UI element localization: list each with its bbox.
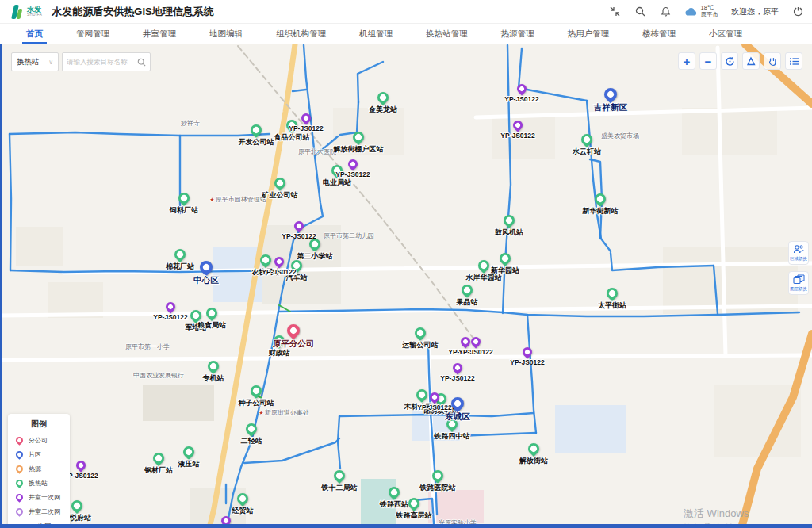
nav-item[interactable]: 楼栋管理 — [626, 24, 692, 44]
legend-swatch-icon — [14, 464, 25, 474]
nav-item[interactable]: 井室管理 — [126, 24, 193, 44]
fullscreen-icon[interactable] — [609, 6, 622, 18]
weather-city: 原平市 — [701, 12, 719, 19]
search-category-value: 换热站 — [17, 57, 40, 67]
station-label: 新华街新站 — [583, 206, 619, 216]
station-label: 水云轩站 — [573, 147, 601, 157]
station-label: 铁十二局站 — [322, 483, 358, 493]
station-label: 水岸华园站 — [466, 273, 502, 283]
legend-item-label: 片区 — [29, 450, 41, 459]
watermark-line1: 激活 Windows — [684, 507, 766, 521]
logo-text-en: SHUIFA — [27, 13, 42, 17]
well-label: YP-JS0122 — [153, 313, 187, 321]
search-category-select[interactable]: 换热站 ∨ — [11, 52, 59, 71]
station-label: 经贸站 — [232, 506, 254, 516]
nav-item-label: 地图编辑 — [209, 29, 243, 40]
map-poi-label: ★新原街道办事处 — [259, 408, 308, 417]
legend-item: 片区 — [14, 447, 63, 461]
nav-item[interactable]: 组织机构管理 — [259, 24, 343, 44]
map-base-layer — [0, 44, 812, 528]
window-edge-bottom — [0, 524, 812, 528]
legend-item: 热源 — [14, 461, 63, 476]
station-label: 鼓风机站 — [495, 228, 523, 238]
layer-switch-button[interactable]: 图层切换 — [788, 271, 809, 295]
nav-item-label: 井室管理 — [143, 29, 176, 40]
logo-icon — [11, 5, 24, 19]
station-label: 解放街棚户区站 — [334, 144, 384, 155]
station-label: 太平街站 — [598, 300, 626, 311]
district-label: 吉祥新区 — [594, 102, 627, 113]
page-title: 水发能源盾安供热GIS地理信息系统 — [52, 5, 213, 19]
window-edge-left — [0, 44, 2, 528]
nav-item[interactable]: 首页 — [10, 24, 59, 44]
nav-item-label: 组织机构管理 — [276, 29, 326, 40]
map-side-tools: 区域切换 图层切换 — [788, 241, 809, 295]
map-legend: 图例 分公司 片区 热源 换热 — [8, 414, 70, 528]
area-switch-button[interactable]: 区域切换 — [788, 241, 809, 265]
bell-icon[interactable] — [660, 6, 672, 18]
district-label: 东城区 — [445, 411, 470, 423]
nav-item-label: 热用户管理 — [568, 29, 610, 40]
users-icon — [793, 244, 805, 254]
search-submit-icon[interactable] — [137, 58, 146, 67]
area-switch-label: 区域切换 — [790, 255, 807, 262]
station-label: 饲料厂站 — [170, 205, 198, 216]
legend-title: 图例 — [14, 419, 63, 430]
map-poi-label: 原平市第二幼儿园 — [324, 231, 374, 240]
search-input-wrap — [62, 52, 151, 71]
search-input[interactable] — [67, 58, 137, 66]
legend-item: 井室二次网 — [14, 504, 63, 518]
station-label: 液压站 — [178, 459, 200, 469]
station-label: 运输公司站 — [403, 340, 439, 350]
pan-hand-button[interactable] — [764, 52, 781, 70]
map-poi-label: 妙祥寺 — [181, 119, 200, 128]
poi-star-icon: ★ — [209, 197, 214, 202]
legend-item: 分公司 — [14, 433, 63, 447]
map-poi-label: ★原平市园林管理站 — [209, 195, 266, 204]
station-label: 电业局站 — [323, 178, 351, 188]
measure-button[interactable] — [742, 52, 760, 70]
station-label: 食品公司站 — [274, 132, 310, 143]
nav-item-label: 首页 — [26, 29, 43, 40]
well-label: YP-JS0122 — [417, 404, 451, 411]
layer-list-button[interactable] — [785, 52, 802, 70]
map-searchbar: 换热站 ∨ — [11, 52, 151, 71]
nav-item[interactable]: 机组管理 — [343, 24, 409, 44]
search-icon[interactable] — [634, 6, 647, 18]
nav-item[interactable]: 热用户管理 — [551, 24, 626, 44]
map-poi-label: 盛美农贸市场 — [601, 132, 639, 140]
zoom-out-button[interactable]: − — [699, 52, 717, 70]
chevron-down-icon: ∨ — [48, 59, 53, 66]
zoom-in-button[interactable]: + — [678, 52, 695, 70]
legend-item-label: 井室一次网 — [29, 493, 60, 502]
station-label: 二轻站 — [241, 436, 262, 446]
nav-item[interactable]: 地图编辑 — [193, 24, 259, 44]
station-label: 棉花厂站 — [166, 262, 194, 272]
map-poi-label: 原平北大医院 — [298, 147, 336, 156]
well-label: YP-JS0122 — [440, 374, 474, 382]
well-label: YP-JS0122 — [458, 348, 492, 356]
app-logo: 水发 SHUIFA — [11, 5, 42, 19]
map-canvas[interactable]: 换热站 ∨ + − 区域切换 图层切换 — [0, 44, 812, 528]
legend-item-label: 换热站 — [29, 479, 48, 488]
nav-item-label: 机组管理 — [359, 29, 393, 40]
well-label: YP-JS0122 — [335, 170, 370, 178]
station-label: 果品站 — [457, 297, 478, 308]
nav-item[interactable]: 换热站管理 — [409, 24, 485, 44]
nav-item[interactable]: 小区管理 — [692, 24, 759, 44]
legend-list: 分公司 片区 热源 换热站 井室 — [14, 433, 63, 528]
poi-star-icon: ★ — [259, 410, 263, 415]
nav-item-label: 热源管理 — [501, 29, 534, 40]
nav-item[interactable]: 热源管理 — [485, 24, 551, 44]
station-label: 铁路高层站 — [396, 511, 432, 521]
reset-view-button[interactable] — [721, 52, 738, 70]
well-label: YP-JS0122 — [282, 232, 316, 240]
main-nav: 首页 管网管理 井室管理 地图编辑 组织机构管理 机组管理 换热站管理 热源管理… — [0, 24, 812, 44]
legend-swatch-icon — [14, 507, 25, 517]
nav-item[interactable]: 管网管理 — [59, 24, 126, 44]
logout-icon[interactable] — [791, 6, 804, 18]
legend-swatch-icon — [14, 492, 25, 503]
app-header: 水发 SHUIFA 水发能源盾安供热GIS地理信息系统 18℃ 原平市 欢迎您，… — [0, 0, 812, 24]
station-label: 铁路医院站 — [420, 483, 456, 493]
layers-icon — [793, 274, 805, 285]
